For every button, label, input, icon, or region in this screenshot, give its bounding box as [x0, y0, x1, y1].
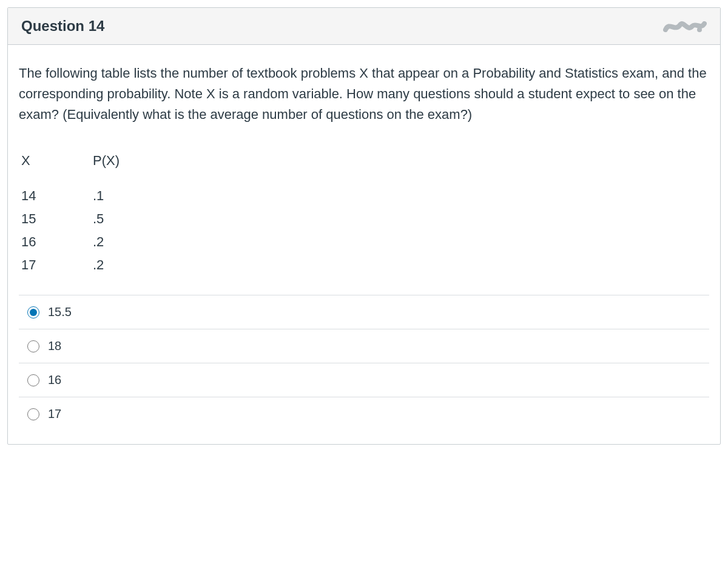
answer-option[interactable]: 17: [19, 397, 709, 426]
table-header-row: X P(X): [21, 149, 707, 184]
table-cell-p: .1: [93, 184, 141, 207]
table-cell-p: .2: [93, 254, 141, 277]
answer-label[interactable]: 16: [48, 373, 61, 387]
probability-table: X P(X) 14 .1 15 .5 16 .2 17 .2: [21, 149, 707, 277]
answer-list: 15.5 18 16 17: [19, 295, 709, 426]
table-row: 17 .2: [21, 254, 707, 277]
table-header-px: P(X): [93, 149, 141, 184]
answer-option[interactable]: 18: [19, 329, 709, 363]
answer-label[interactable]: 17: [48, 407, 61, 421]
question-body: The following table lists the number of …: [8, 45, 720, 444]
answer-option[interactable]: 16: [19, 363, 709, 397]
table-cell-p: .5: [93, 207, 141, 231]
answer-radio[interactable]: [27, 374, 39, 386]
table-cell-x: 17: [21, 254, 93, 277]
scribble-icon: [663, 16, 707, 36]
table-row: 14 .1: [21, 184, 707, 207]
answer-label[interactable]: 18: [48, 339, 61, 353]
table-row: 16 .2: [21, 231, 707, 254]
question-card: Question 14 The following table lists th…: [7, 7, 721, 445]
table-cell-x: 14: [21, 184, 93, 207]
question-title: Question 14: [21, 18, 104, 35]
answer-label[interactable]: 15.5: [48, 305, 72, 319]
answer-radio[interactable]: [27, 306, 39, 318]
answer-radio[interactable]: [27, 408, 39, 420]
question-prompt: The following table lists the number of …: [19, 63, 709, 125]
answer-radio[interactable]: [27, 340, 39, 352]
svg-point-0: [697, 27, 702, 32]
answer-option[interactable]: 15.5: [19, 295, 709, 329]
table-header-x: X: [21, 149, 93, 184]
table-cell-x: 16: [21, 231, 93, 254]
table-cell-p: .2: [93, 231, 141, 254]
table-cell-x: 15: [21, 207, 93, 231]
table-row: 15 .5: [21, 207, 707, 231]
question-header: Question 14: [8, 8, 720, 45]
